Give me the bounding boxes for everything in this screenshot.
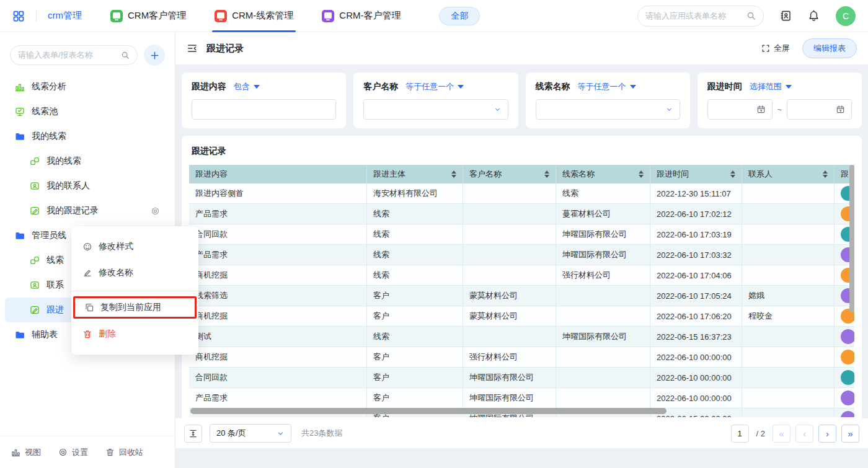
- follower-avatar: [841, 391, 854, 405]
- table-column-header[interactable]: 跟进内容: [189, 165, 367, 183]
- sidebar-item[interactable]: 线索池: [5, 99, 170, 124]
- next-page-button[interactable]: ›: [818, 425, 836, 443]
- context-menu-item[interactable]: 修改样式: [71, 234, 198, 260]
- sidebar-item[interactable]: 我的跟进记录: [5, 198, 170, 223]
- sidebar-item-label: 跟进: [46, 304, 64, 316]
- cell-lead: 线索: [556, 183, 650, 203]
- sidebar-item-label: 辅助表: [32, 329, 58, 340]
- table-column-header[interactable]: 跟进主体: [367, 165, 463, 183]
- sidebar-item[interactable]: 我的联系人: [5, 174, 170, 198]
- cell-subject: 线索: [367, 245, 463, 265]
- sidebar-item-label: 线索分析: [32, 81, 66, 92]
- first-page-button[interactable]: «: [773, 425, 790, 443]
- sidebar-footer: 视图 设置 回收站: [0, 436, 175, 468]
- row-height-button[interactable]: [184, 425, 202, 443]
- filter-card: 线索名称 等于任意一个: [526, 73, 690, 128]
- filter-card: 跟进内容 包含: [182, 73, 346, 128]
- context-menu-item-label: 修改样式: [99, 241, 133, 252]
- vertical-scrollbar[interactable]: [849, 165, 854, 312]
- page-size-select[interactable]: 20 条/页: [210, 424, 291, 443]
- caret-down-icon: [630, 85, 636, 89]
- edit-report-button[interactable]: 编辑报表: [802, 38, 857, 58]
- table-row[interactable]: 商机挖掘 客户 蒙莫材料公司 2022-06-10 17:06:20 程咬金: [189, 306, 854, 327]
- table-row[interactable]: 跟进内容侧首 海安材料有限公司 线索 2022-12-30 15:11:07: [189, 183, 854, 204]
- sidebar-item-label: 管理员线: [32, 230, 66, 241]
- filter-operator-label: 包含: [234, 81, 250, 92]
- settings-button[interactable]: 设置: [58, 447, 88, 458]
- all-apps-button[interactable]: 全部: [439, 7, 480, 25]
- filter-select[interactable]: [536, 99, 680, 120]
- sidebar-item-label: 线索池: [32, 106, 58, 117]
- context-menu-item-label: 复制到当前应用: [100, 302, 161, 313]
- cell-content: 商机挖掘: [189, 347, 367, 367]
- views-button[interactable]: 视图: [11, 447, 41, 458]
- cell-subject: 线索: [367, 224, 463, 244]
- table-row[interactable]: 合同回款 客户 坤曜国际有限公司 2022-06-10 00:00:00: [189, 368, 854, 388]
- bottom-strip: [175, 448, 868, 468]
- context-menu-item[interactable]: 复制到当前应用: [73, 296, 197, 319]
- filter-date-end-input[interactable]: [787, 99, 852, 120]
- sidebar-item[interactable]: 我的线索: [5, 124, 170, 149]
- prev-page-button[interactable]: ‹: [795, 425, 813, 443]
- sort-icon[interactable]: [639, 170, 644, 178]
- sidebar-item-label: 我的跟进记录: [46, 205, 99, 216]
- sort-icon[interactable]: [730, 170, 735, 178]
- app-layout: 请输入表单/报表名称 线索分析 线索池 我的线索 我的线索 我的联系人 我的跟: [0, 32, 868, 468]
- global-search-input[interactable]: 请输入应用或表单名称: [637, 6, 764, 27]
- filter-select[interactable]: [363, 99, 508, 120]
- notification-bell-icon[interactable]: [808, 10, 820, 22]
- column-label: 跟进时间: [657, 169, 689, 180]
- follower-avatar: [841, 329, 854, 344]
- recycle-bin-button[interactable]: 回收站: [105, 447, 143, 458]
- item-settings-gear-icon[interactable]: [151, 206, 160, 216]
- chart-icon: [15, 82, 25, 92]
- fullscreen-button[interactable]: 全屏: [761, 43, 790, 54]
- table-row[interactable]: 产品需求 客户 坤曜国际有限公司 2022-06-10 00:00:00: [189, 388, 854, 408]
- sort-icon[interactable]: [823, 170, 828, 178]
- current-page-box[interactable]: 1: [731, 425, 749, 443]
- filter-date-start-input[interactable]: [707, 99, 773, 120]
- apps-grid-icon[interactable]: [12, 10, 25, 22]
- filter-operator-dropdown[interactable]: 等于任意一个: [405, 81, 464, 92]
- penline-icon: [82, 268, 92, 278]
- filter-operator-dropdown[interactable]: 选择范围: [750, 81, 792, 92]
- add-form-button[interactable]: [144, 45, 165, 66]
- cell-lead: [556, 286, 650, 306]
- table-column-header[interactable]: 联系人: [742, 165, 835, 183]
- app-tab-active[interactable]: CRM-线索管理: [215, 0, 293, 32]
- sidebar-item[interactable]: 线索分析: [5, 74, 170, 99]
- table-column-header[interactable]: 线索名称: [556, 165, 650, 183]
- table-row[interactable]: 产品需求 线索 坤曜国际有限公司 2022-06-10 17:03:32: [189, 245, 854, 265]
- last-page-button[interactable]: »: [841, 425, 859, 443]
- sidebar-search-input[interactable]: 请输入表单/报表名称: [10, 45, 138, 65]
- cell-customer: 坤曜国际有限公司: [463, 368, 556, 387]
- context-menu: 修改样式 修改名称 复制到当前应用 删除: [71, 226, 198, 355]
- topbar: crm管理 CRM客户管理 CRM-线索管理 CRM-客户管理 全部 请输入应用…: [0, 0, 868, 32]
- table-row[interactable]: 商机挖掘 线索 强行材料公司 2022-06-10 17:04:06: [189, 265, 854, 286]
- table-column-header[interactable]: 客户名称: [463, 165, 556, 183]
- cell-follower: [835, 368, 854, 387]
- filter-operator-dropdown[interactable]: 等于任意一个: [578, 81, 636, 92]
- sidebar-item[interactable]: 我的线索: [5, 149, 170, 174]
- app-tab-inactive[interactable]: CRM客户管理: [110, 0, 186, 32]
- user-avatar[interactable]: C: [836, 6, 856, 26]
- horizontal-scrollbar[interactable]: [190, 408, 666, 414]
- sort-icon[interactable]: [544, 170, 549, 178]
- filter-card: 客户名称 等于任意一个: [353, 73, 518, 128]
- home-app-link[interactable]: crm管理: [48, 10, 82, 22]
- sort-icon[interactable]: [451, 170, 456, 178]
- table-row[interactable]: 线索筛选 客户 蒙莫材料公司 2022-06-10 17:05:24 嫦娥: [189, 286, 854, 306]
- app-tab-inactive[interactable]: CRM-客户管理: [322, 0, 401, 32]
- table-row[interactable]: 商机挖掘 客户 强行材料公司 2022-06-10 00:00:00: [189, 347, 854, 368]
- table-row[interactable]: 测试 线索 坤曜国际有限公司 2022-06-15 16:37:23: [189, 327, 854, 347]
- collapse-sidebar-icon[interactable]: [187, 43, 198, 54]
- filter-operator-dropdown[interactable]: 包含: [234, 81, 260, 92]
- table-column-header[interactable]: 跟进时间: [650, 165, 742, 183]
- table-row[interactable]: 产品需求 线索 蔓霍材料公司 2022-06-10 17:02:12: [189, 204, 854, 224]
- context-menu-item[interactable]: 删除: [71, 321, 198, 347]
- table-row[interactable]: 合同回款 线索 坤曜国际有限公司 2022-06-10 17:03:19: [189, 224, 854, 245]
- recycle-bin-label: 回收站: [119, 447, 143, 458]
- address-book-icon[interactable]: [780, 10, 792, 22]
- filter-text-input[interactable]: [192, 99, 336, 120]
- context-menu-item[interactable]: 修改名称: [71, 260, 198, 286]
